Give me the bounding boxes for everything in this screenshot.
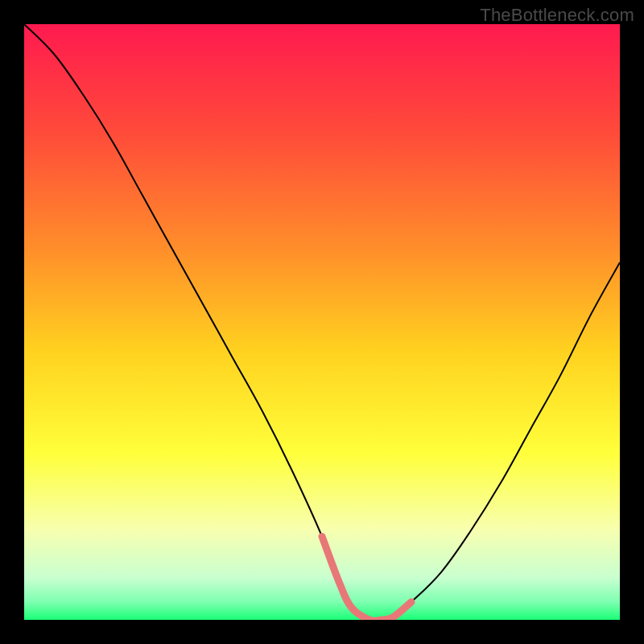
watermark-label: TheBottleneck.com xyxy=(480,5,634,26)
chart-svg xyxy=(24,24,620,620)
gradient-rect xyxy=(24,24,620,620)
chart-frame: TheBottleneck.com xyxy=(0,0,644,644)
plot-area xyxy=(24,24,620,620)
